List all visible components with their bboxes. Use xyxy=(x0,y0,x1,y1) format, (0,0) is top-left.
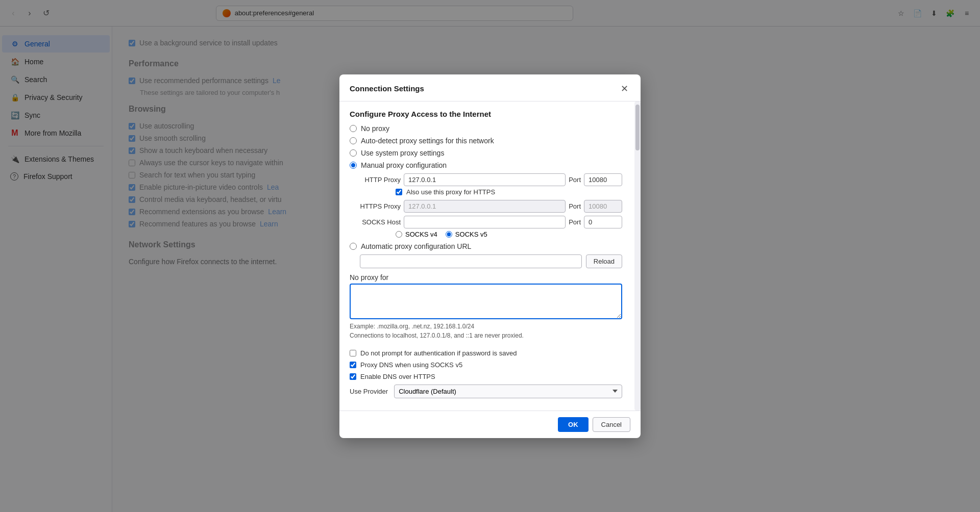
proxy-dns-label: Proxy DNS when using SOCKS v5 xyxy=(360,361,462,369)
system-proxy-label: Use system proxy settings xyxy=(361,149,444,157)
no-proxy-option[interactable]: No proxy xyxy=(350,124,622,133)
socks-host-row: SOCKS Host Port xyxy=(360,216,622,228)
modal-overlay: Connection Settings ✕ Configure Proxy Ac… xyxy=(0,0,980,512)
socks-v4-label: SOCKS v4 xyxy=(405,231,437,238)
auto-proxy-label: Automatic proxy configuration URL xyxy=(361,242,471,250)
socks-host-form-label: SOCKS Host xyxy=(360,218,401,226)
cancel-button[interactable]: Cancel xyxy=(593,417,630,432)
http-port-input[interactable] xyxy=(584,173,622,186)
no-proxy-for-label: No proxy for xyxy=(350,273,622,281)
modal-title: Connection Settings xyxy=(350,84,424,93)
auth-checkbox-row: Do not prompt for authentication if pass… xyxy=(350,349,622,357)
https-proxy-input[interactable] xyxy=(404,200,566,213)
socks-v4-option[interactable]: SOCKS v4 xyxy=(396,231,437,238)
reload-button-proxy[interactable]: Reload xyxy=(586,254,622,268)
socks-port-label-text: Port xyxy=(569,218,581,226)
auto-detect-radio[interactable] xyxy=(350,137,357,144)
https-proxy-form-label: HTTPS Proxy xyxy=(360,202,401,210)
proxy-dns-checkbox[interactable] xyxy=(350,362,356,368)
http-proxy-row: HTTP Proxy Port xyxy=(360,173,622,186)
auto-detect-label: Auto-detect proxy settings for this netw… xyxy=(361,137,494,145)
ok-button[interactable]: OK xyxy=(558,417,589,432)
http-proxy-form-label: HTTP Proxy xyxy=(360,176,401,184)
modal-footer: OK Cancel xyxy=(339,411,641,438)
use-provider-label: Use Provider xyxy=(350,388,388,395)
scrollbar-thumb[interactable] xyxy=(635,105,640,150)
proxy-section-header: Configure Proxy Access to the Internet xyxy=(350,110,622,118)
https-port-label-text: Port xyxy=(569,202,581,210)
scrollbar-track xyxy=(634,101,641,411)
dns-https-checkbox[interactable] xyxy=(350,373,356,380)
use-provider-row: Use Provider Cloudflare (Default) NextDN… xyxy=(350,385,622,398)
dns-https-row: Enable DNS over HTTPS xyxy=(350,373,622,380)
http-proxy-input[interactable] xyxy=(404,173,566,186)
provider-select[interactable]: Cloudflare (Default) NextDNS Custom xyxy=(394,385,622,398)
manual-proxy-radio[interactable] xyxy=(350,162,357,169)
socks-version-row: SOCKS v4 SOCKS v5 xyxy=(396,231,622,238)
manual-proxy-option[interactable]: Manual proxy configuration xyxy=(350,161,622,169)
https-reuse-label: Also use this proxy for HTTPS xyxy=(406,188,495,196)
no-proxy-textarea[interactable] xyxy=(350,284,622,319)
dns-https-label: Enable DNS over HTTPS xyxy=(360,373,435,380)
modal-body: Configure Proxy Access to the Internet N… xyxy=(339,101,641,411)
example-text: Example: .mozilla.org, .net.nz, 192.168.… xyxy=(350,323,622,330)
no-proxy-radio[interactable] xyxy=(350,125,357,132)
socks-v5-option[interactable]: SOCKS v5 xyxy=(446,231,487,238)
https-reuse-row: Also use this proxy for HTTPS xyxy=(396,188,622,196)
https-proxy-row: HTTPS Proxy Port xyxy=(360,200,622,213)
socks-host-input[interactable] xyxy=(404,216,566,228)
auto-detect-option[interactable]: Auto-detect proxy settings for this netw… xyxy=(350,137,622,145)
https-port-input[interactable] xyxy=(584,200,622,213)
socks-v4-radio[interactable] xyxy=(396,231,402,238)
connection-settings-modal: Connection Settings ✕ Configure Proxy Ac… xyxy=(339,74,641,438)
auto-proxy-option[interactable]: Automatic proxy configuration URL xyxy=(350,242,622,250)
modal-header: Connection Settings ✕ xyxy=(339,74,641,101)
https-reuse-checkbox[interactable] xyxy=(396,189,402,195)
auth-checkbox[interactable] xyxy=(350,350,356,356)
auto-proxy-input-row: Reload xyxy=(360,254,622,268)
auth-label: Do not prompt for authentication if pass… xyxy=(360,349,517,357)
socks-v5-label: SOCKS v5 xyxy=(455,231,487,238)
auto-proxy-radio[interactable] xyxy=(350,243,357,250)
socks-port-input[interactable] xyxy=(584,216,622,228)
modal-content: Configure Proxy Access to the Internet N… xyxy=(350,110,630,398)
connections-text: Connections to localhost, 127.0.0.1/8, a… xyxy=(350,332,622,339)
http-port-label-text: Port xyxy=(569,176,581,184)
proxy-dns-row: Proxy DNS when using SOCKS v5 xyxy=(350,361,622,369)
system-proxy-radio[interactable] xyxy=(350,149,357,157)
system-proxy-option[interactable]: Use system proxy settings xyxy=(350,149,622,157)
no-proxy-label-text: No proxy xyxy=(361,124,389,133)
auto-proxy-url-input[interactable] xyxy=(360,254,582,268)
socks-v5-radio[interactable] xyxy=(446,231,452,238)
manual-proxy-label: Manual proxy configuration xyxy=(361,161,447,169)
modal-close-button[interactable]: ✕ xyxy=(618,83,630,95)
